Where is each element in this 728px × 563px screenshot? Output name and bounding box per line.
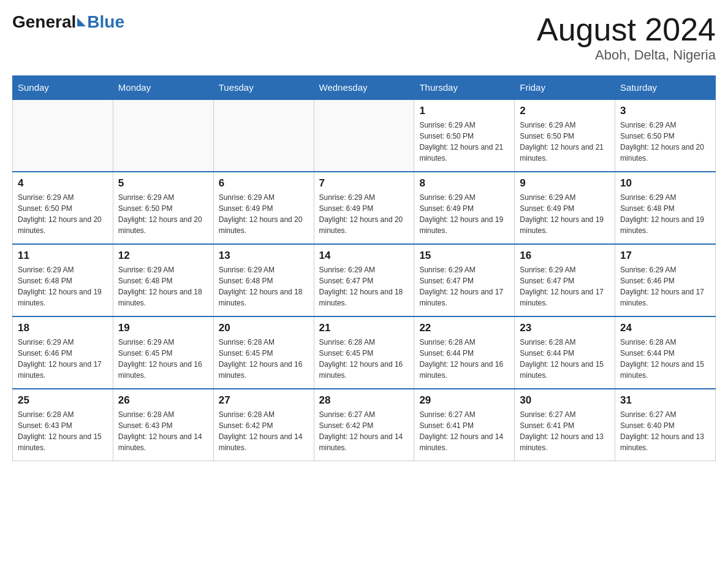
calendar-cell: 7Sunrise: 6:29 AMSunset: 6:49 PMDaylight…	[314, 172, 414, 244]
calendar-cell: 30Sunrise: 6:27 AMSunset: 6:41 PMDayligh…	[515, 389, 615, 461]
calendar-cell: 19Sunrise: 6:29 AMSunset: 6:45 PMDayligh…	[113, 316, 213, 389]
day-number: 30	[520, 394, 610, 407]
day-number: 26	[118, 394, 208, 407]
day-number: 4	[18, 177, 108, 190]
calendar-cell: 18Sunrise: 6:29 AMSunset: 6:46 PMDayligh…	[13, 316, 113, 389]
day-info: Sunrise: 6:29 AMSunset: 6:45 PMDaylight:…	[118, 337, 208, 381]
month-title: August 2024	[537, 12, 716, 47]
day-number: 29	[419, 394, 509, 407]
calendar-cell: 12Sunrise: 6:29 AMSunset: 6:48 PMDayligh…	[113, 244, 213, 316]
day-number: 15	[419, 250, 509, 262]
calendar-week-row: 1Sunrise: 6:29 AMSunset: 6:50 PMDaylight…	[13, 99, 716, 172]
day-number: 9	[520, 177, 610, 190]
calendar-week-row: 4Sunrise: 6:29 AMSunset: 6:50 PMDaylight…	[13, 172, 716, 244]
calendar-cell: 4Sunrise: 6:29 AMSunset: 6:50 PMDaylight…	[13, 172, 113, 244]
day-number: 19	[118, 322, 208, 334]
page-header: General Blue August 2024 Aboh, Delta, Ni…	[12, 12, 716, 63]
calendar-cell	[113, 99, 213, 172]
day-info: Sunrise: 6:27 AMSunset: 6:41 PMDaylight:…	[419, 409, 509, 453]
calendar-header-thursday: Thursday	[414, 76, 515, 100]
day-number: 8	[419, 177, 509, 190]
day-info: Sunrise: 6:29 AMSunset: 6:48 PMDaylight:…	[118, 264, 208, 308]
logo-blue-text: Blue	[87, 12, 124, 32]
day-info: Sunrise: 6:27 AMSunset: 6:40 PMDaylight:…	[620, 409, 710, 453]
calendar-cell: 8Sunrise: 6:29 AMSunset: 6:49 PMDaylight…	[414, 172, 515, 244]
calendar-cell: 5Sunrise: 6:29 AMSunset: 6:50 PMDaylight…	[113, 172, 213, 244]
calendar-cell: 17Sunrise: 6:29 AMSunset: 6:46 PMDayligh…	[615, 244, 716, 316]
day-number: 12	[118, 250, 208, 262]
calendar-header-wednesday: Wednesday	[314, 76, 414, 100]
calendar-cell: 31Sunrise: 6:27 AMSunset: 6:40 PMDayligh…	[615, 389, 716, 461]
day-number: 1	[419, 105, 509, 117]
day-number: 17	[620, 250, 710, 262]
day-info: Sunrise: 6:28 AMSunset: 6:45 PMDaylight:…	[319, 337, 409, 381]
day-info: Sunrise: 6:29 AMSunset: 6:49 PMDaylight:…	[419, 192, 509, 236]
calendar-cell: 29Sunrise: 6:27 AMSunset: 6:41 PMDayligh…	[414, 389, 515, 461]
day-info: Sunrise: 6:28 AMSunset: 6:44 PMDaylight:…	[520, 337, 610, 381]
day-info: Sunrise: 6:27 AMSunset: 6:41 PMDaylight:…	[520, 409, 610, 453]
day-info: Sunrise: 6:29 AMSunset: 6:48 PMDaylight:…	[620, 192, 710, 236]
calendar-header-row: SundayMondayTuesdayWednesdayThursdayFrid…	[13, 76, 716, 100]
day-info: Sunrise: 6:29 AMSunset: 6:49 PMDaylight:…	[219, 192, 309, 236]
calendar-cell: 10Sunrise: 6:29 AMSunset: 6:48 PMDayligh…	[615, 172, 716, 244]
day-number: 22	[419, 322, 509, 334]
day-info: Sunrise: 6:27 AMSunset: 6:42 PMDaylight:…	[319, 409, 409, 453]
calendar-cell: 20Sunrise: 6:28 AMSunset: 6:45 PMDayligh…	[213, 316, 314, 389]
calendar-cell: 27Sunrise: 6:28 AMSunset: 6:42 PMDayligh…	[213, 389, 314, 461]
calendar-cell: 26Sunrise: 6:28 AMSunset: 6:43 PMDayligh…	[113, 389, 213, 461]
calendar-week-row: 25Sunrise: 6:28 AMSunset: 6:43 PMDayligh…	[13, 389, 716, 461]
calendar-cell	[213, 99, 314, 172]
calendar-week-row: 11Sunrise: 6:29 AMSunset: 6:48 PMDayligh…	[13, 244, 716, 316]
calendar-cell: 13Sunrise: 6:29 AMSunset: 6:48 PMDayligh…	[213, 244, 314, 316]
calendar-cell	[13, 99, 113, 172]
day-info: Sunrise: 6:29 AMSunset: 6:48 PMDaylight:…	[18, 264, 108, 308]
calendar-cell: 16Sunrise: 6:29 AMSunset: 6:47 PMDayligh…	[515, 244, 615, 316]
day-info: Sunrise: 6:28 AMSunset: 6:45 PMDaylight:…	[219, 337, 309, 381]
day-info: Sunrise: 6:28 AMSunset: 6:44 PMDaylight:…	[620, 337, 710, 381]
calendar-cell: 6Sunrise: 6:29 AMSunset: 6:49 PMDaylight…	[213, 172, 314, 244]
calendar-cell: 3Sunrise: 6:29 AMSunset: 6:50 PMDaylight…	[615, 99, 716, 172]
logo: General Blue	[12, 12, 124, 32]
calendar-week-row: 18Sunrise: 6:29 AMSunset: 6:46 PMDayligh…	[13, 316, 716, 389]
logo-arrow-icon	[77, 18, 86, 26]
day-info: Sunrise: 6:29 AMSunset: 6:50 PMDaylight:…	[620, 120, 710, 164]
day-info: Sunrise: 6:29 AMSunset: 6:46 PMDaylight:…	[620, 264, 710, 308]
day-info: Sunrise: 6:29 AMSunset: 6:48 PMDaylight:…	[219, 264, 309, 308]
day-info: Sunrise: 6:29 AMSunset: 6:49 PMDaylight:…	[319, 192, 409, 236]
day-info: Sunrise: 6:29 AMSunset: 6:47 PMDaylight:…	[319, 264, 409, 308]
calendar-cell: 23Sunrise: 6:28 AMSunset: 6:44 PMDayligh…	[515, 316, 615, 389]
day-number: 10	[620, 177, 710, 190]
day-number: 18	[18, 322, 108, 334]
day-number: 14	[319, 250, 409, 262]
logo-general-text: General	[12, 12, 76, 32]
day-info: Sunrise: 6:29 AMSunset: 6:50 PMDaylight:…	[419, 120, 509, 164]
day-number: 21	[319, 322, 409, 334]
day-info: Sunrise: 6:29 AMSunset: 6:50 PMDaylight:…	[18, 192, 108, 236]
day-number: 7	[319, 177, 409, 190]
calendar-cell	[314, 99, 414, 172]
day-number: 31	[620, 394, 710, 407]
day-number: 5	[118, 177, 208, 190]
day-number: 25	[18, 394, 108, 407]
calendar-cell: 28Sunrise: 6:27 AMSunset: 6:42 PMDayligh…	[314, 389, 414, 461]
calendar-header-sunday: Sunday	[13, 76, 113, 100]
calendar-cell: 9Sunrise: 6:29 AMSunset: 6:49 PMDaylight…	[515, 172, 615, 244]
day-info: Sunrise: 6:29 AMSunset: 6:49 PMDaylight:…	[520, 192, 610, 236]
day-number: 2	[520, 105, 610, 117]
day-number: 11	[18, 250, 108, 262]
location-title: Aboh, Delta, Nigeria	[537, 47, 716, 63]
calendar-cell: 25Sunrise: 6:28 AMSunset: 6:43 PMDayligh…	[13, 389, 113, 461]
calendar-cell: 22Sunrise: 6:28 AMSunset: 6:44 PMDayligh…	[414, 316, 515, 389]
title-block: August 2024 Aboh, Delta, Nigeria	[537, 12, 716, 63]
day-number: 13	[219, 250, 309, 262]
day-info: Sunrise: 6:29 AMSunset: 6:50 PMDaylight:…	[520, 120, 610, 164]
day-number: 24	[620, 322, 710, 334]
day-number: 6	[219, 177, 309, 190]
calendar-cell: 2Sunrise: 6:29 AMSunset: 6:50 PMDaylight…	[515, 99, 615, 172]
day-number: 23	[520, 322, 610, 334]
calendar-cell: 14Sunrise: 6:29 AMSunset: 6:47 PMDayligh…	[314, 244, 414, 316]
calendar-cell: 24Sunrise: 6:28 AMSunset: 6:44 PMDayligh…	[615, 316, 716, 389]
calendar-cell: 15Sunrise: 6:29 AMSunset: 6:47 PMDayligh…	[414, 244, 515, 316]
calendar-cell: 21Sunrise: 6:28 AMSunset: 6:45 PMDayligh…	[314, 316, 414, 389]
day-info: Sunrise: 6:28 AMSunset: 6:42 PMDaylight:…	[219, 409, 309, 453]
